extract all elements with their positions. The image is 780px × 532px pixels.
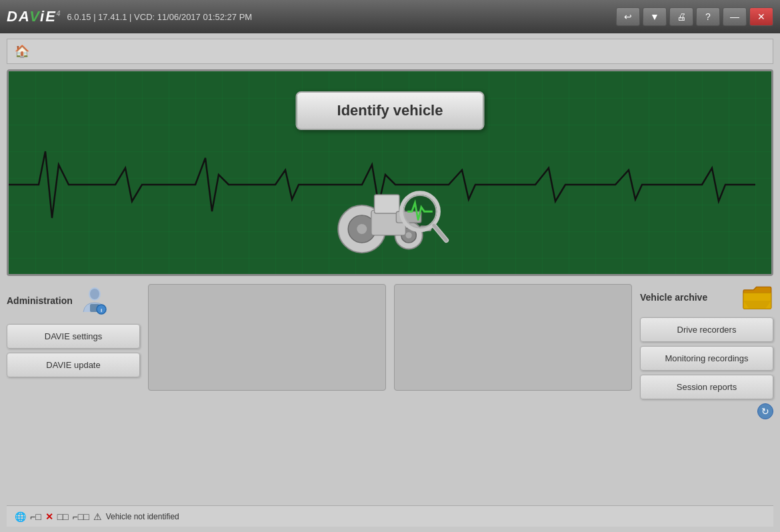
admin-header: Administration i — [7, 284, 140, 317]
minimize-button[interactable]: — — [723, 7, 747, 26]
help-button[interactable]: ? — [696, 7, 720, 26]
admin-panel: Administration i DAVIE settings DAVIE up… — [7, 284, 140, 377]
status-bar: 🌐 ⌐□ ✕ □□ ⌐□□ ⚠ Vehicle not identified — [7, 505, 773, 527]
title-bar: DAViE4 6.0.15 | 17.41.1 | VCD: 11/06/201… — [0, 0, 780, 33]
svg-rect-9 — [375, 195, 400, 213]
tractor-icon — [317, 154, 463, 254]
session-reports-button[interactable]: Session reports — [640, 375, 773, 399]
dropdown-button[interactable]: ▼ — [643, 7, 667, 26]
warning-icon: ⚠ — [93, 511, 102, 522]
home-button[interactable]: 🏠 — [13, 43, 31, 60]
davie-update-button[interactable]: DAVIE update — [7, 353, 140, 377]
monitor-area: Identify vehicle — [7, 69, 773, 276]
svg-point-7 — [405, 232, 411, 238]
svg-point-4 — [357, 224, 367, 234]
archive-icon — [740, 284, 773, 311]
globe-icon: 🌐 — [15, 511, 26, 522]
admin-label: Administration — [7, 295, 73, 306]
nav-bar: 🏠 — [7, 39, 773, 64]
identify-vehicle-button[interactable]: Identify vehicle — [296, 91, 485, 130]
archive-label: Vehicle archive — [640, 292, 707, 303]
archive-header: Vehicle archive — [640, 284, 773, 311]
archive-panel: Vehicle archive Drive recorders Monitori… — [640, 284, 773, 419]
monitoring-recordings-button[interactable]: Monitoring recordings — [640, 346, 773, 371]
logo-area: DAViE4 — [7, 8, 61, 25]
drive-recorders-button[interactable]: Drive recorders — [640, 317, 773, 342]
title-info: 6.0.15 | 17.41.1 | VCD: 11/06/2017 01:52… — [67, 12, 611, 22]
title-buttons: ↩ ▼ 🖨 ? — ✕ — [616, 7, 773, 26]
placeholder-panel-1 — [148, 284, 386, 391]
connector-icon: ⌐□ — [30, 511, 41, 522]
close-button[interactable]: ✕ — [749, 7, 773, 26]
admin-icon: i — [78, 284, 111, 317]
screen-icon: □□ — [57, 511, 69, 522]
svg-point-17 — [90, 289, 99, 299]
davie-settings-button[interactable]: DAVIE settings — [7, 324, 140, 349]
logo-text: DAViE4 — [7, 8, 61, 25]
svg-line-15 — [434, 225, 447, 241]
svg-text:i: i — [101, 307, 102, 313]
status-text: Vehicle not identified — [106, 512, 179, 521]
error-icon: ✕ — [45, 511, 53, 522]
main-content: 🏠 Identify vehicle — [0, 33, 780, 532]
bottom-panels: Administration i DAVIE settings DAVIE up… — [7, 284, 773, 500]
middle-panels — [148, 284, 632, 391]
print-button[interactable]: 🖨 — [669, 7, 693, 26]
placeholder-panel-2 — [394, 284, 632, 391]
back-button[interactable]: ↩ — [616, 7, 640, 26]
vehicle-icon: ⌐□□ — [73, 511, 89, 522]
scroll-right-button[interactable]: ↻ — [757, 403, 773, 419]
